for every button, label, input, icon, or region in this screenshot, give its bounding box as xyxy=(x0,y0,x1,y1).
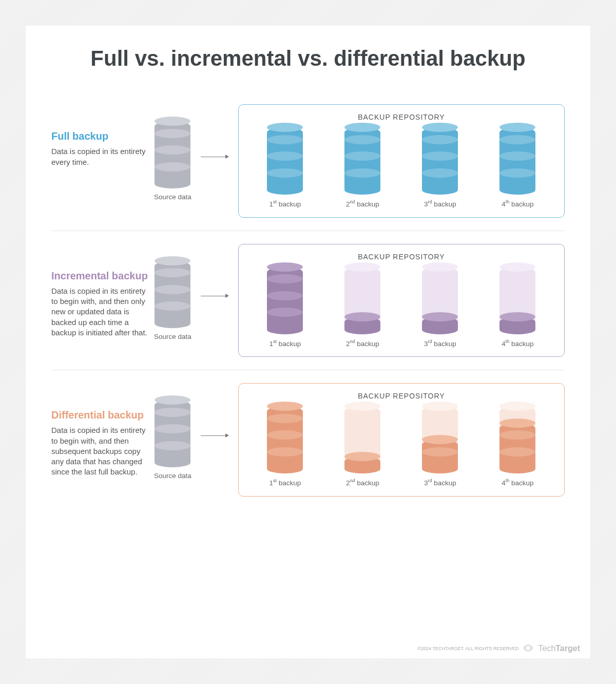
diagram-incremental: Source dataBACKUP REPOSITORY1st backup2n… xyxy=(154,244,565,357)
backup-3: 3rd backup xyxy=(422,406,458,487)
database-icon xyxy=(344,406,380,473)
backup-repository-differential: BACKUP REPOSITORY1st backup2nd backup3rd… xyxy=(238,383,565,497)
backup-4: 4th backup xyxy=(499,406,535,487)
description-incremental: Incremental backupData is copied in its … xyxy=(51,244,154,357)
description-text-full: Data is copied in its entirety every tim… xyxy=(51,146,154,167)
database-icon xyxy=(267,406,303,473)
arrow-icon xyxy=(201,433,229,438)
backup-repository-full: BACKUP REPOSITORY1st backup2nd backup3rd… xyxy=(238,104,565,218)
panel: Full vs. incremental vs. differential ba… xyxy=(26,26,590,658)
repository-label: BACKUP REPOSITORY xyxy=(249,392,554,400)
description-text-differential: Data is copied in its entirety to begin … xyxy=(51,425,154,477)
heading-full: Full backup xyxy=(51,130,154,142)
backup-4: 4th backup xyxy=(499,267,535,348)
backup-2: 2nd backup xyxy=(344,406,380,487)
database-icon xyxy=(422,406,458,473)
source-data: Source data xyxy=(154,121,191,201)
source-label: Source data xyxy=(154,193,191,201)
eye-icon xyxy=(523,644,534,653)
database-icon xyxy=(267,267,303,334)
database-icon xyxy=(499,267,535,334)
description-text-incremental: Data is copied in its entirety to begin … xyxy=(51,286,154,338)
backup-label: 4th backup xyxy=(502,339,533,348)
section-full: Full backupData is copied in its entiret… xyxy=(51,91,565,231)
brand-logo: TechTarget xyxy=(538,644,580,653)
repository-label: BACKUP REPOSITORY xyxy=(249,113,554,121)
backup-label: 3rd backup xyxy=(424,339,456,348)
description-full: Full backupData is copied in its entiret… xyxy=(51,104,154,218)
source-label: Source data xyxy=(154,472,191,480)
heading-differential: Differential backup xyxy=(51,409,154,421)
description-differential: Differential backupData is copied in its… xyxy=(51,383,154,497)
backup-3: 3rd backup xyxy=(422,267,458,348)
backup-label: 2nd backup xyxy=(346,339,379,348)
database-icon xyxy=(155,121,190,188)
backup-label: 1st backup xyxy=(269,478,301,487)
backup-label: 1st backup xyxy=(269,199,301,208)
backup-label: 4th backup xyxy=(502,199,533,208)
database-icon xyxy=(267,127,303,194)
backup-3: 3rd backup xyxy=(422,127,458,208)
arrow-icon xyxy=(201,293,229,298)
database-icon xyxy=(344,127,380,194)
copyright-text: ©2024 TECHTARGET. ALL RIGHTS RESERVED xyxy=(418,646,519,651)
database-icon xyxy=(499,406,535,473)
backup-repository-incremental: BACKUP REPOSITORY1st backup2nd backup3rd… xyxy=(238,244,565,357)
diagram-differential: Source dataBACKUP REPOSITORY1st backup2n… xyxy=(154,383,565,497)
backup-1: 1st backup xyxy=(267,406,303,487)
database-icon xyxy=(155,400,190,467)
backup-label: 2nd backup xyxy=(346,478,379,487)
backup-2: 2nd backup xyxy=(344,127,380,208)
backup-2: 2nd backup xyxy=(344,267,380,348)
repository-label: BACKUP REPOSITORY xyxy=(249,253,554,261)
section-differential: Differential backupData is copied in its… xyxy=(51,370,565,509)
page-title: Full vs. incremental vs. differential ba… xyxy=(51,46,565,71)
source-data: Source data xyxy=(154,400,191,480)
section-incremental: Incremental backupData is copied in its … xyxy=(51,231,565,370)
backup-4: 4th backup xyxy=(499,127,535,208)
database-icon xyxy=(422,267,458,334)
backup-1: 1st backup xyxy=(267,127,303,208)
database-icon xyxy=(155,261,190,328)
backup-label: 2nd backup xyxy=(346,199,379,208)
backup-label: 4th backup xyxy=(502,478,533,487)
heading-incremental: Incremental backup xyxy=(51,270,154,282)
backup-label: 3rd backup xyxy=(424,478,456,487)
source-data: Source data xyxy=(154,261,191,340)
footer: ©2024 TECHTARGET. ALL RIGHTS RESERVED Te… xyxy=(418,644,580,653)
arrow-icon xyxy=(201,154,229,159)
source-label: Source data xyxy=(154,333,191,340)
backup-1: 1st backup xyxy=(267,267,303,348)
database-icon xyxy=(344,267,380,334)
database-icon xyxy=(422,127,458,194)
backup-label: 1st backup xyxy=(269,339,301,348)
database-icon xyxy=(499,127,535,194)
diagram-full: Source dataBACKUP REPOSITORY1st backup2n… xyxy=(154,104,565,218)
backup-label: 3rd backup xyxy=(424,199,456,208)
